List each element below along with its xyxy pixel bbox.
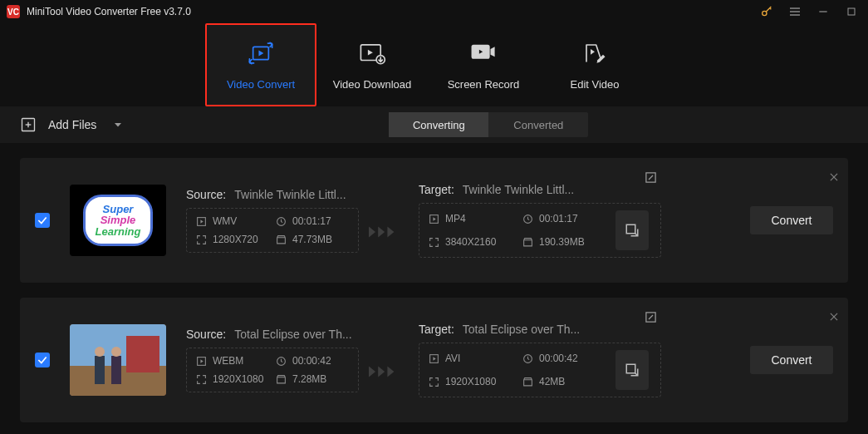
svg-marker-9 (368, 49, 373, 55)
target-block: Target: Total Eclipse over Th... AVI 00:… (419, 323, 661, 397)
target-settings-button[interactable] (615, 210, 649, 250)
key-icon[interactable] (760, 5, 773, 18)
target-format: MP4 (445, 213, 466, 224)
svg-marker-7 (258, 50, 263, 56)
minimize-icon[interactable] (817, 5, 830, 18)
close-icon[interactable] (828, 171, 840, 185)
svg-marker-41 (369, 367, 375, 377)
target-resolution: 3840X2160 (445, 236, 496, 248)
source-duration: 00:01:17 (292, 215, 331, 227)
svg-marker-42 (378, 367, 385, 377)
edit-icon[interactable] (645, 171, 657, 186)
svg-marker-13 (591, 49, 595, 55)
svg-marker-23 (387, 227, 394, 238)
tab-converted[interactable]: Converted (488, 112, 588, 137)
close-icon[interactable] (828, 311, 840, 325)
hamburger-icon[interactable] (788, 5, 802, 18)
convert-button[interactable]: Convert (750, 346, 833, 374)
source-label: Source: (186, 188, 226, 201)
svg-marker-45 (433, 357, 435, 360)
top-nav: Video Convert Video Download Screen Reco… (0, 23, 868, 106)
convert-button[interactable]: Convert (750, 206, 833, 234)
clock-icon (275, 215, 287, 227)
filesize-icon (275, 373, 287, 385)
svg-point-35 (95, 347, 105, 357)
svg-marker-17 (115, 123, 121, 127)
target-label: Target: (419, 323, 454, 336)
source-block: Source: Twinkle Twinkle Littl... WMV 00:… (186, 188, 359, 253)
target-filename: Twinkle Twinkle Littl... (463, 183, 574, 196)
add-files-button[interactable]: Add Files (20, 116, 123, 133)
svg-rect-33 (126, 336, 159, 372)
nav-screen-record[interactable]: Screen Record (428, 23, 539, 106)
source-filename: Twinkle Twinkle Littl... (234, 188, 346, 201)
edit-icon[interactable] (645, 311, 657, 326)
thumbnail (70, 324, 166, 396)
app-title: MiniTool Video Converter Free v3.7.0 (27, 6, 760, 17)
resolution-icon (195, 234, 207, 245)
titlebar: VC MiniTool Video Converter Free v3.7.0 (0, 0, 868, 23)
target-settings-button[interactable] (615, 350, 649, 390)
item-checkbox[interactable] (35, 353, 50, 367)
svg-marker-39 (200, 359, 203, 362)
target-size: 190.39MB (539, 236, 585, 248)
video-download-icon (358, 40, 386, 67)
target-resolution: 1920X1080 (445, 376, 496, 387)
conversion-list: Super Simple Learning Source: Twinkle Tw… (0, 143, 868, 422)
chevron-down-icon[interactable] (113, 120, 123, 130)
clock-icon (275, 355, 287, 367)
source-format: WMV (213, 215, 237, 227)
source-resolution: 1280X720 (213, 234, 258, 245)
filesize-icon (275, 234, 287, 245)
tab-converting[interactable]: Converting (389, 112, 488, 137)
arrow-icon (365, 363, 412, 380)
titlebar-controls (760, 5, 858, 18)
source-block: Source: Total Eclipse over Th... WEBM 00… (186, 328, 359, 392)
screen-record-icon (469, 40, 498, 67)
target-format: AVI (445, 353, 460, 364)
maximize-icon[interactable] (845, 5, 858, 18)
nav-label: Edit Video (570, 78, 619, 91)
nav-edit-video[interactable]: Edit Video (539, 23, 650, 106)
resolution-icon (428, 376, 439, 387)
source-label: Source: (186, 328, 226, 341)
svg-rect-5 (848, 8, 855, 15)
filesize-icon (522, 236, 533, 248)
nav-video-download[interactable]: Video Download (316, 23, 428, 106)
video-convert-icon (247, 40, 275, 67)
clock-icon (522, 213, 533, 224)
svg-marker-21 (369, 227, 375, 238)
format-icon (195, 215, 207, 227)
resolution-icon (195, 373, 207, 385)
nav-label: Video Convert (227, 78, 295, 91)
source-filename: Total Eclipse over Th... (234, 328, 351, 341)
add-files-icon (20, 116, 37, 133)
target-duration: 00:00:42 (539, 353, 578, 364)
format-icon (428, 353, 439, 364)
source-size: 7.28MB (292, 373, 326, 385)
source-size: 47.73MB (292, 234, 332, 245)
edit-video-icon (582, 40, 607, 67)
svg-rect-34 (95, 356, 105, 384)
status-tabs: Converting Converted (389, 112, 588, 137)
nav-label: Screen Record (448, 78, 520, 91)
conversion-item: Source: Total Eclipse over Th... WEBM 00… (20, 298, 848, 422)
svg-marker-25 (433, 217, 435, 220)
source-format: WEBM (213, 355, 243, 367)
add-files-label: Add Files (48, 118, 96, 131)
svg-rect-36 (111, 356, 121, 384)
nav-label: Video Download (333, 78, 411, 91)
resolution-icon (428, 236, 439, 248)
target-filename: Total Eclipse over Th... (463, 323, 580, 336)
clock-icon (522, 353, 533, 364)
svg-rect-47 (626, 364, 635, 373)
filesize-icon (522, 376, 533, 387)
nav-video-convert[interactable]: Video Convert (205, 23, 316, 106)
target-block: Target: Twinkle Twinkle Littl... MP4 00:… (419, 183, 661, 258)
format-icon (195, 355, 207, 367)
app-logo: VC (7, 5, 20, 18)
item-checkbox[interactable] (35, 213, 50, 228)
svg-marker-22 (378, 227, 385, 238)
target-size: 42MB (539, 376, 565, 387)
svg-marker-43 (387, 367, 394, 377)
